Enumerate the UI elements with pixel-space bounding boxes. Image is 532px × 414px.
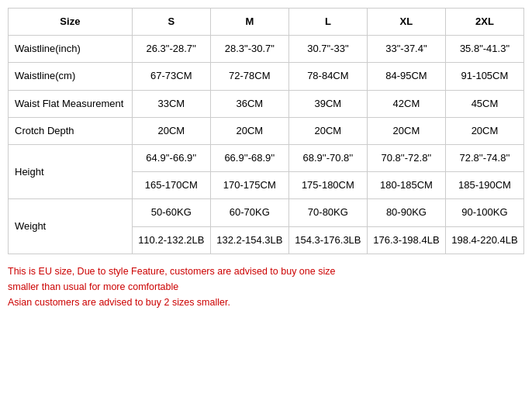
cell-value: 180-185CM — [367, 172, 445, 199]
cell-value: 110.2-132.2LB — [132, 226, 210, 254]
header-cell: XL — [367, 9, 445, 36]
cell-value: 67-73CM — [132, 63, 210, 90]
cell-value: 42CM — [367, 90, 445, 117]
cell-value: 72.8''-74.8'' — [445, 144, 523, 171]
cell-value: 198.4-220.4LB — [445, 226, 523, 254]
cell-value: 20CM — [445, 117, 523, 144]
header-cell: L — [288, 9, 367, 36]
cell-value: 50-60KG — [132, 199, 210, 226]
cell-value: 30.7"-33" — [288, 36, 367, 63]
header-cell: Size — [9, 9, 133, 36]
cell-value: 60-70KG — [210, 199, 288, 226]
cell-value: 165-170CM — [132, 172, 210, 199]
row-label: Waistline(inch) — [9, 36, 133, 63]
size-chart: SizeSMLXL2XLWaistline(inch)26.3"-28.7''2… — [8, 8, 524, 254]
cell-value: 154.3-176.3LB — [288, 226, 367, 254]
row-label: Weight — [9, 199, 133, 254]
note-line3: Asian customers are advised to buy 2 siz… — [8, 297, 230, 308]
cell-value: 20CM — [132, 117, 210, 144]
row-label: Height — [9, 144, 133, 198]
cell-value: 91-105CM — [445, 63, 523, 90]
row-label: Waistline(cm) — [9, 63, 133, 90]
cell-value: 72-78CM — [210, 63, 288, 90]
cell-value: 185-190CM — [445, 172, 523, 199]
cell-value: 132.2-154.3LB — [210, 226, 288, 254]
row-label: Waist Flat Measurement — [9, 90, 133, 117]
header-cell: 2XL — [445, 9, 523, 36]
cell-value: 68.9''-70.8'' — [288, 144, 367, 171]
cell-value: 84-95CM — [367, 63, 445, 90]
cell-value: 90-100KG — [445, 199, 523, 226]
cell-value: 78-84CM — [288, 63, 367, 90]
cell-value: 45CM — [445, 90, 523, 117]
row-label: Crotch Depth — [9, 117, 133, 144]
cell-value: 80-90KG — [367, 199, 445, 226]
cell-value: 26.3"-28.7'' — [132, 36, 210, 63]
cell-value: 70-80KG — [288, 199, 367, 226]
note-line2: smaller than usual for more comfortable — [8, 281, 178, 292]
cell-value: 35.8"-41.3" — [445, 36, 523, 63]
cell-value: 170-175CM — [210, 172, 288, 199]
cell-value: 66.9''-68.9'' — [210, 144, 288, 171]
cell-value: 39CM — [288, 90, 367, 117]
cell-value: 33"-37.4" — [367, 36, 445, 63]
cell-value: 175-180CM — [288, 172, 367, 199]
header-cell: S — [132, 9, 210, 36]
note-line1: This is EU size, Due to style Feature, c… — [8, 266, 335, 277]
cell-value: 36CM — [210, 90, 288, 117]
cell-value: 176.3-198.4LB — [367, 226, 445, 254]
cell-value: 70.8''-72.8'' — [367, 144, 445, 171]
cell-value: 20CM — [210, 117, 288, 144]
size-note: This is EU size, Due to style Feature, c… — [8, 264, 524, 310]
cell-value: 20CM — [367, 117, 445, 144]
cell-value: 33CM — [132, 90, 210, 117]
cell-value: 28.3"-30.7" — [210, 36, 288, 63]
cell-value: 20CM — [288, 117, 367, 144]
header-cell: M — [210, 9, 288, 36]
cell-value: 64.9''-66.9'' — [132, 144, 210, 171]
